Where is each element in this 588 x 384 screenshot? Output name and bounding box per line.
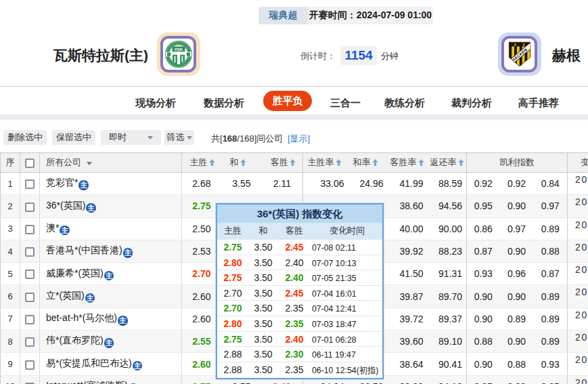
svg-text:VSK: VSK [175, 47, 183, 51]
